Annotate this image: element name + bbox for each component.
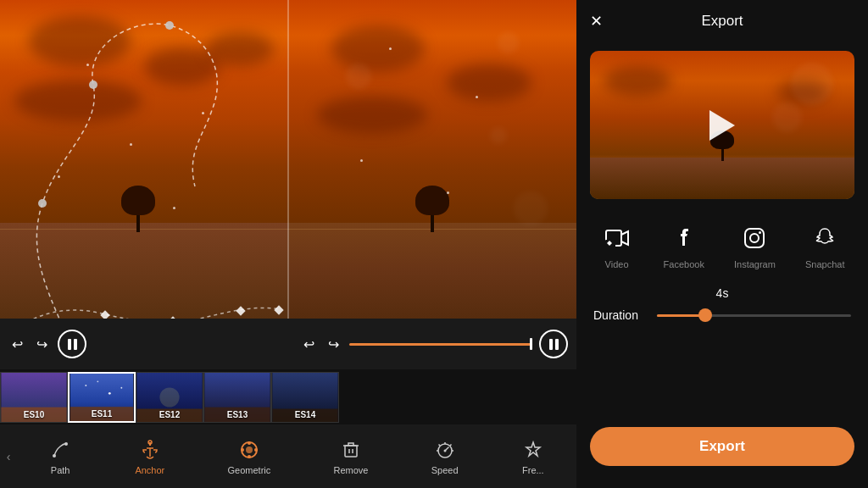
thumb-es12[interactable]: ES12 [136, 372, 203, 423]
sparkle-r3 [360, 159, 363, 162]
thumbnail-strip: ES10 ES11 [0, 369, 576, 424]
tool-anchor-label: Anchor [135, 465, 164, 475]
tool-speed-label: Speed [431, 465, 459, 475]
undo-button[interactable]: ↩ [8, 333, 26, 356]
remove-icon [339, 438, 363, 462]
tool-anchor[interactable]: Anchor [130, 435, 170, 479]
svg-point-25 [64, 442, 68, 446]
tree-right [415, 186, 449, 232]
sparkle-r2 [476, 96, 478, 98]
share-facebook[interactable]: Facebook [664, 221, 704, 269]
play-pause-button-left[interactable] [58, 330, 86, 358]
preview-bokeh [791, 63, 833, 105]
share-facebook-label: Facebook [664, 259, 704, 269]
svg-point-29 [248, 441, 251, 445]
export-button[interactable]: Export [590, 427, 854, 466]
cloud-r2 [447, 64, 531, 102]
duration-label: Duration [593, 308, 648, 322]
play-pause-button-right[interactable] [539, 330, 568, 358]
tool-speed[interactable]: Speed [426, 435, 464, 479]
svg-point-30 [248, 455, 251, 458]
share-video-label: Video [605, 259, 629, 269]
export-title: Export [701, 13, 743, 30]
svg-point-15 [97, 380, 98, 382]
export-button-wrapper: Export [576, 419, 868, 474]
video-canvas [0, 0, 576, 319]
share-instagram[interactable]: Instagram [734, 221, 776, 269]
share-options: Video Facebook Instagram [576, 208, 868, 278]
cloud-r3 [317, 96, 427, 134]
cloud-3 [14, 80, 142, 122]
pause-icon-right [549, 339, 559, 350]
tool-remove[interactable]: Remove [329, 435, 374, 479]
sparkle-3 [58, 175, 60, 178]
slider-track [657, 314, 851, 317]
duration-slider[interactable] [657, 307, 851, 324]
preview-trunk [721, 149, 724, 161]
share-video[interactable]: Video [600, 221, 634, 269]
svg-marker-38 [526, 442, 540, 456]
export-panel: ✕ Export [576, 0, 868, 488]
tool-geometric[interactable]: Geometric [223, 435, 276, 479]
thumb-es12-label: ES12 [159, 410, 180, 419]
toolbar-items: Path Anchor [17, 435, 576, 479]
pause-bar-r1 [549, 339, 553, 350]
video-preview[interactable] [590, 51, 854, 199]
thumb-es10-label: ES10 [24, 410, 44, 419]
thumb-es10[interactable]: ES10 [0, 372, 68, 423]
svg-point-19 [159, 387, 179, 407]
snapchat-icon [808, 221, 842, 255]
duration-value: 4s [593, 286, 851, 300]
facebook-icon [667, 221, 701, 255]
editor-panel: ↩ ↪ ↩ ↪ [0, 0, 576, 488]
share-snapchat-label: Snapchat [805, 259, 844, 269]
export-header: ✕ Export [576, 0, 868, 42]
share-instagram-label: Instagram [734, 259, 776, 269]
duration-section: 4s Duration [576, 278, 868, 337]
tool-geometric-label: Geometric [228, 465, 271, 475]
svg-point-31 [241, 448, 244, 452]
path-icon [48, 438, 72, 462]
thumb-es14-label: ES14 [295, 410, 315, 419]
svg-point-32 [254, 448, 258, 452]
pause-bar-r2 [555, 339, 559, 350]
pause-bar-1 [68, 339, 71, 350]
export-close-button[interactable]: ✕ [590, 12, 603, 30]
instagram-icon [737, 221, 771, 255]
video-left [0, 0, 288, 319]
redo-button[interactable]: ↪ [33, 333, 51, 356]
ground-right [288, 223, 576, 319]
tree-canopy-left [121, 186, 155, 215]
svg-point-14 [108, 391, 111, 394]
tool-path-label: Path [51, 465, 70, 475]
free-icon [521, 438, 545, 462]
tool-path[interactable]: Path [43, 435, 77, 479]
tree-trunk-right [431, 215, 434, 232]
redo-button-right[interactable]: ↪ [325, 333, 342, 356]
tree-trunk-left [136, 215, 140, 232]
preview-play-button[interactable] [709, 110, 735, 141]
undo-button-right[interactable]: ↩ [300, 333, 318, 356]
toolbar: ‹ Path [0, 424, 576, 488]
tool-free[interactable]: Fre... [516, 435, 550, 479]
svg-rect-42 [745, 229, 764, 247]
timeline-handle [530, 338, 532, 350]
svg-point-43 [750, 234, 759, 242]
slider-thumb[interactable] [698, 308, 712, 322]
thumb-es13-label: ES13 [227, 410, 248, 419]
svg-rect-33 [345, 446, 357, 457]
toolbar-scroll-left[interactable]: ‹ [0, 424, 17, 488]
cloud-r1 [331, 25, 425, 72]
preview-ground [590, 158, 854, 199]
thumb-es11[interactable]: ES11 [68, 372, 136, 423]
duration-row: Duration [593, 307, 851, 324]
bokeh-4 [498, 32, 519, 53]
svg-point-13 [85, 385, 86, 386]
thumb-es13[interactable]: ES13 [203, 372, 271, 423]
preview-bokeh-2 [772, 103, 802, 132]
share-snapchat[interactable]: Snapchat [805, 221, 844, 269]
video-divider [287, 0, 289, 319]
timeline-slider[interactable] [349, 343, 532, 346]
thumb-es14[interactable]: ES14 [271, 372, 339, 423]
video-icon [600, 221, 634, 255]
